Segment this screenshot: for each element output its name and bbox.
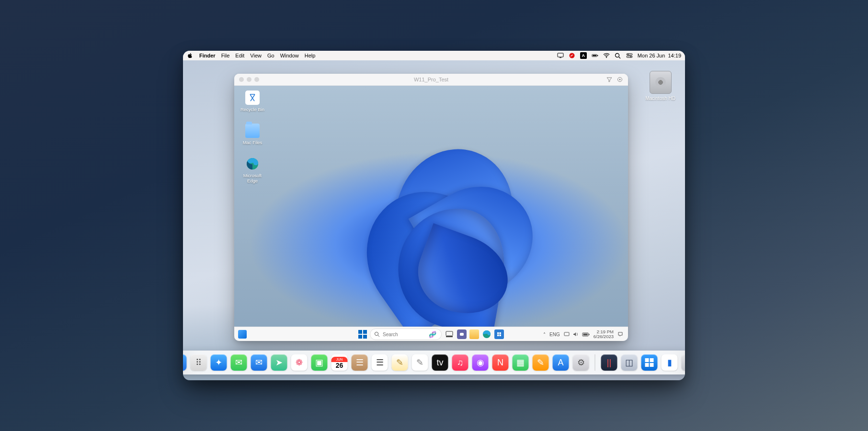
tray-volume-icon[interactable] [573,332,579,337]
edge-label: Microsoft Edge [243,173,262,183]
file-explorer-icon[interactable] [469,329,479,339]
windows-desktop[interactable]: Recycle Bin Mac Files Microsoft Edge [234,86,628,341]
dock-pages[interactable]: ✎ [533,354,549,371]
windows-bloom-wallpaper [300,115,562,341]
dock-finder[interactable]: ☺ [183,354,187,371]
search-placeholder: Search [383,332,398,337]
svg-point-7 [616,53,619,57]
letter-a-icon[interactable]: A [580,52,587,59]
menu-go[interactable]: Go [267,53,274,58]
recycle-bin-icon[interactable]: Recycle Bin [240,91,265,112]
menu-help[interactable]: Help [305,53,316,58]
dock-appstore[interactable]: A [553,354,569,371]
svg-rect-0 [558,53,563,57]
mac-desktop: Finder File Edit View Go Window Help A M… [183,51,685,380]
recycle-bin-label: Recycle Bin [240,107,264,112]
svg-rect-18 [446,331,453,336]
menu-view[interactable]: View [250,53,262,58]
microsoft-store-icon[interactable] [494,329,504,339]
disk-label: Macintosh HD [645,96,675,101]
apple-logo-icon[interactable] [187,52,194,59]
svg-rect-28 [589,334,590,335]
chat-icon[interactable] [457,329,467,339]
menubar-date[interactable]: Mon 26 Jun [638,53,665,58]
svg-rect-4 [593,55,596,57]
parallels-vm-window: W11_Pro_Test Recycle Bin [234,74,628,341]
dock-separator [595,354,595,371]
dock-freeform[interactable]: ✎ [412,354,428,371]
control-center-icon[interactable] [626,52,633,59]
dock-photos[interactable]: ❁ [291,354,308,371]
widgets-icon[interactable] [238,330,247,339]
svg-rect-1 [560,57,561,58]
svg-rect-23 [500,332,502,334]
mac-menubar: Finder File Edit View Go Window Help A M… [183,51,685,60]
svg-rect-22 [497,332,499,334]
menu-file[interactable]: File [221,53,230,58]
svg-rect-5 [597,55,598,57]
display-icon[interactable] [557,52,564,59]
dock-podcasts[interactable]: ◉ [472,354,489,371]
vm-filter-icon[interactable] [606,76,613,83]
dock-preview-doc[interactable]: ▮ [662,354,678,371]
dock-windows-start[interactable] [641,354,658,371]
svg-line-8 [619,57,621,58]
vm-title-text: W11_Pro_Test [234,77,628,82]
svg-rect-9 [627,54,632,55]
menu-window[interactable]: Window [280,53,299,58]
search-icon[interactable] [615,52,621,59]
dock-music[interactable]: ♫ [452,354,468,371]
svg-point-14 [619,79,621,80]
dock-launchpad[interactable]: ⠿ [191,354,207,371]
window-traffic-lights[interactable] [239,77,259,82]
mac-files-label: Mac Files [243,140,263,145]
active-app-name[interactable]: Finder [199,53,216,58]
menu-edit[interactable]: Edit [235,53,244,58]
language-indicator[interactable]: ENG [549,332,560,337]
dock-parallels[interactable]: || [601,354,617,371]
dock-tv[interactable]: tv [432,354,448,371]
wifi-icon[interactable] [603,52,610,59]
mac-files-icon[interactable]: Mac Files [240,124,265,145]
tray-chevron-icon[interactable]: ˄ [543,332,546,337]
dock-settings[interactable]: ⚙ [573,354,589,371]
dock-mail[interactable]: ✉ [251,354,267,371]
vm-settings-icon[interactable] [617,76,623,83]
battery-icon[interactable] [592,52,598,59]
macintosh-hd-icon[interactable]: Macintosh HD [645,71,675,101]
svg-rect-20 [460,333,464,336]
dock-calendar[interactable]: JUN26 [331,354,348,371]
dock-facetime[interactable]: ▣ [311,354,328,371]
dock-news[interactable]: N [492,354,509,371]
task-view-icon[interactable] [445,329,454,339]
dock-notes[interactable]: ✎ [392,354,408,371]
svg-point-12 [630,57,631,57]
dock-maps[interactable]: ➤ [271,354,287,371]
svg-point-11 [628,54,628,55]
edge-icon[interactable]: Microsoft Edge [240,157,265,183]
tray-network-icon[interactable] [564,332,570,337]
dock-trash[interactable] [682,354,685,371]
dock-numbers[interactable]: ▦ [513,354,529,371]
dock-contacts[interactable]: ☰ [352,354,368,371]
trend-icon[interactable] [569,52,575,59]
svg-point-6 [606,57,607,58]
dock-messages[interactable]: ✉ [231,354,247,371]
menubar-time[interactable]: 14:19 [668,53,681,58]
tray-battery-icon[interactable] [582,332,590,337]
start-button[interactable] [358,330,367,339]
svg-rect-24 [497,335,499,337]
notifications-icon[interactable] [617,331,623,337]
dock-reminders[interactable]: ☰ [372,354,388,371]
dock-vm-snapshot[interactable]: ◫ [621,354,638,371]
taskbar-date[interactable]: 6/26/2023 [594,334,614,339]
windows-taskbar: Search 🧬 ˄ ENG [234,327,628,341]
dock-safari[interactable]: ✦ [211,354,227,371]
svg-rect-25 [500,335,502,337]
svg-point-16 [375,332,378,335]
svg-rect-29 [583,333,587,335]
taskbar-search[interactable]: Search 🧬 [370,329,442,340]
svg-rect-26 [564,332,569,336]
edge-taskbar-icon[interactable] [482,329,491,339]
vm-titlebar[interactable]: W11_Pro_Test [234,74,628,86]
